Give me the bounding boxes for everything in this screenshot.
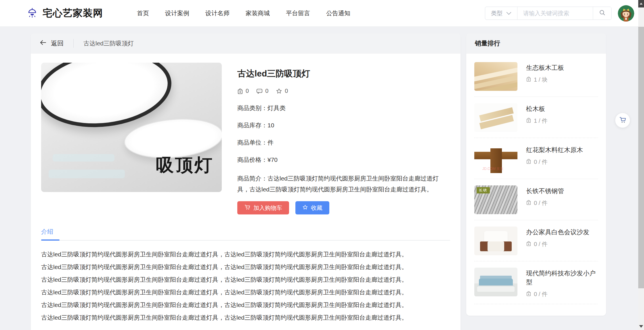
comment-icon bbox=[256, 88, 263, 94]
ranking-item-name: 办公家具白色会议沙发 bbox=[526, 228, 589, 237]
cart-icon bbox=[619, 116, 626, 125]
brand-logo[interactable]: 宅心艺家装网 bbox=[26, 6, 103, 20]
ranking-item-name: 长铁不锈钢管 bbox=[526, 187, 564, 195]
search-type-select[interactable]: 类型 bbox=[485, 7, 517, 20]
description-line: 古达led三防吸顶灯简约现代圆形厨房卫生间卧室阳台走廊过道灯具，古达led三防吸… bbox=[41, 286, 450, 299]
star-icon bbox=[276, 88, 282, 94]
ranking-card: 销量排行 生态板木工板 bbox=[466, 33, 606, 316]
star-icon bbox=[302, 204, 308, 212]
page-content: 返回 古达led三防吸顶灯 吸顶灯 古达led三防吸顶灯 bbox=[0, 27, 644, 330]
scrollbar-down-arrow-icon[interactable] bbox=[639, 325, 643, 328]
nav-item-design-cases[interactable]: 设计案例 bbox=[165, 9, 189, 17]
nav-item-notices[interactable]: 公告通知 bbox=[326, 9, 350, 17]
description-line: 古达led三防吸顶灯简约现代圆形厨房卫生间卧室阳台走廊过道灯具，古达led三防吸… bbox=[41, 261, 450, 273]
description-line: 古达led三防吸顶灯简约现代圆形厨房卫生间卧室阳台走廊过道灯具，古达led三防吸… bbox=[41, 273, 450, 286]
bag-icon bbox=[526, 117, 531, 124]
product-image: 吸顶灯 bbox=[41, 63, 222, 192]
ranking-header: 销量排行 bbox=[466, 33, 606, 53]
comments-stat: 0 bbox=[256, 88, 268, 94]
sales-ranking-sidebar: 销量排行 生态板木工板 bbox=[466, 33, 606, 316]
chevron-down-icon bbox=[507, 10, 511, 15]
lamp-logo-icon bbox=[26, 6, 39, 20]
search-icon bbox=[599, 9, 606, 17]
arrow-left-icon bbox=[39, 39, 47, 48]
ranking-item[interactable]: 办公家具白色会议沙发 0 / 件 bbox=[474, 220, 598, 261]
search-bar: 类型 bbox=[485, 7, 611, 20]
scrollbar[interactable] bbox=[638, 0, 644, 330]
ranking-list: 生态板木工板 1 / 块 bbox=[466, 53, 606, 316]
search-button[interactable] bbox=[593, 7, 611, 20]
image-watermark-text: JD.COM 京东 bbox=[482, 166, 503, 171]
ranking-item-name: 红花梨木料红木原木 bbox=[526, 145, 583, 154]
ranking-item-image bbox=[474, 268, 517, 296]
ranking-item-name: 现代简约科技布沙发小户型 bbox=[526, 269, 598, 287]
main-menu: 首页 设计案例 设计名师 家装商城 平台留言 公告通知 bbox=[137, 9, 350, 17]
bag-icon bbox=[526, 241, 531, 248]
breadcrumb: 返回 古达led三防吸顶灯 bbox=[31, 33, 460, 53]
ranking-item-sales: 1 / 件 bbox=[526, 117, 548, 125]
search-type-label: 类型 bbox=[491, 9, 502, 17]
field-price: 商品价格：¥70 bbox=[237, 156, 450, 164]
bag-icon bbox=[526, 76, 531, 83]
ranking-item[interactable]: 松木板 1 / 件 bbox=[474, 97, 598, 138]
description-line: 古达led三防吸顶灯简约现代圆形厨房卫生间卧室阳台走廊过道灯具，古达led三防吸… bbox=[41, 311, 450, 324]
product-info: 古达led三防吸顶灯 0 bbox=[237, 63, 450, 214]
scrollbar-thumb[interactable] bbox=[638, 27, 644, 288]
sales-stat: 0 bbox=[237, 88, 249, 94]
cart-icon bbox=[244, 204, 251, 212]
ranking-item-image: 长铁 bbox=[474, 185, 517, 214]
user-avatar[interactable] bbox=[618, 5, 634, 22]
image-watermark-bar bbox=[53, 154, 114, 162]
comments-count: 0 bbox=[265, 88, 268, 94]
nav-item-home[interactable]: 首页 bbox=[137, 9, 149, 17]
ranking-item-sales: 0 / 件 bbox=[526, 290, 598, 298]
product-intro: 商品简介：古达led三防吸顶灯简约现代圆形厨房卫生间卧室阳台走廊过道灯具，古达l… bbox=[237, 173, 450, 195]
favorites-count: 0 bbox=[285, 88, 288, 94]
breadcrumb-divider bbox=[73, 39, 74, 48]
brand-badge: 长铁 bbox=[477, 187, 490, 193]
image-caption: 吸顶灯 bbox=[156, 153, 214, 177]
ranking-item-sales: 1 / 块 bbox=[526, 76, 564, 84]
ranking-item-name: 松木板 bbox=[526, 104, 548, 113]
favorites-stat: 0 bbox=[276, 88, 288, 94]
ranking-item-sales: 0 / 件 bbox=[526, 158, 583, 166]
ranking-item-name: 生态板木工板 bbox=[526, 63, 564, 72]
back-button[interactable]: 返回 bbox=[39, 39, 64, 48]
bag-icon bbox=[526, 158, 531, 166]
description-line: 古达led三防吸顶灯简约现代圆形厨房卫生间卧室阳台走廊过道灯具，古达led三防吸… bbox=[41, 248, 450, 261]
ranking-item-sales: 0 / 件 bbox=[526, 199, 564, 207]
product-title: 古达led三防吸顶灯 bbox=[237, 68, 450, 80]
product-card: 返回 古达led三防吸顶灯 吸顶灯 古达led三防吸顶灯 bbox=[31, 33, 460, 330]
ranking-item[interactable]: 生态板木工板 1 / 块 bbox=[474, 56, 598, 97]
nav-item-messages[interactable]: 平台留言 bbox=[286, 9, 310, 17]
ranking-item-image bbox=[474, 62, 517, 91]
nav-item-mall[interactable]: 家装商城 bbox=[246, 9, 270, 17]
ranking-item[interactable]: 现代简约科技布沙发小户型 0 / 件 bbox=[474, 261, 598, 304]
favorite-button[interactable]: 收藏 bbox=[295, 201, 329, 214]
tab-intro[interactable]: 介绍 bbox=[41, 228, 53, 240]
description-line: 古达led三防吸顶灯简约现代圆形厨房卫生间卧室阳台走廊过道灯具，古达led三防吸… bbox=[41, 299, 450, 311]
add-to-cart-button[interactable]: 加入购物车 bbox=[237, 201, 289, 214]
product-detail-body: 吸顶灯 古达led三防吸顶灯 bbox=[31, 53, 460, 330]
ranking-item[interactable]: 长铁 长铁不锈钢管 0 / 件 bbox=[474, 179, 598, 220]
scrollbar-up-button[interactable] bbox=[638, 0, 644, 7]
product-stats: 0 0 bbox=[237, 88, 450, 94]
ranking-item-image bbox=[474, 227, 517, 255]
field-stock: 商品库存：10 bbox=[237, 121, 450, 129]
sales-count: 0 bbox=[246, 88, 249, 94]
image-watermark-bar bbox=[49, 170, 125, 178]
detail-tabs: 介绍 bbox=[41, 228, 450, 241]
search-input[interactable] bbox=[517, 7, 593, 20]
nav-item-designers[interactable]: 设计名师 bbox=[205, 9, 230, 17]
main-column: 返回 古达led三防吸顶灯 吸顶灯 古达led三防吸顶灯 bbox=[31, 33, 460, 330]
breadcrumb-title: 古达led三防吸顶灯 bbox=[83, 39, 134, 47]
back-label: 返回 bbox=[51, 39, 64, 48]
ranking-item[interactable]: JD.COM 京东 红花梨木料红木原木 bbox=[474, 138, 598, 179]
bag-icon bbox=[237, 88, 243, 94]
top-navbar: 宅心艺家装网 首页 设计案例 设计名师 家装商城 平台留言 公告通知 类型 bbox=[0, 0, 644, 27]
bag-icon bbox=[526, 199, 531, 207]
floating-cart-button[interactable] bbox=[615, 113, 630, 128]
bag-icon bbox=[526, 291, 531, 298]
ranking-title: 销量排行 bbox=[475, 39, 500, 48]
ranking-item-image: JD.COM 京东 bbox=[474, 144, 517, 173]
